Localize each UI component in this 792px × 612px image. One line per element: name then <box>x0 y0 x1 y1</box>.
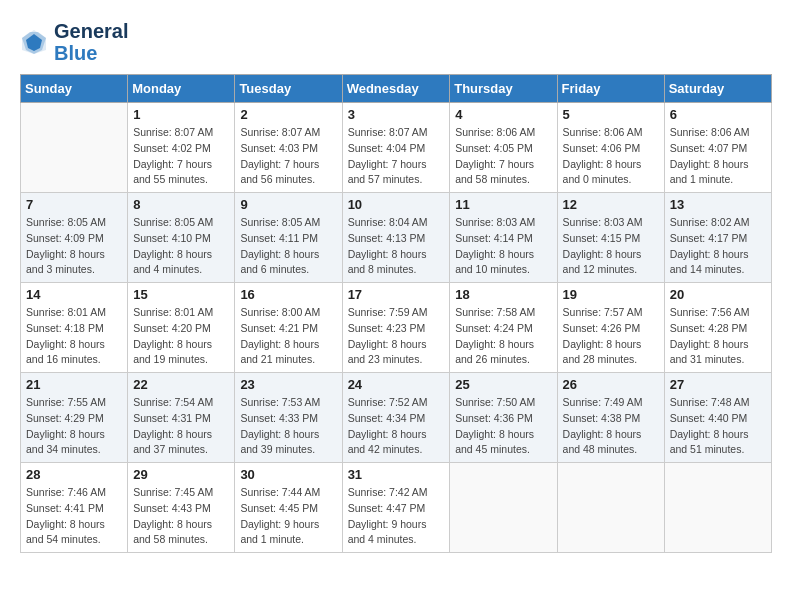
day-info: Sunrise: 8:01 AMSunset: 4:20 PMDaylight:… <box>133 305 229 368</box>
day-number: 8 <box>133 197 229 212</box>
day-number: 18 <box>455 287 551 302</box>
week-row-4: 21Sunrise: 7:55 AMSunset: 4:29 PMDayligh… <box>21 373 772 463</box>
calendar-cell: 4Sunrise: 8:06 AMSunset: 4:05 PMDaylight… <box>450 103 557 193</box>
day-number: 15 <box>133 287 229 302</box>
day-number: 20 <box>670 287 766 302</box>
calendar-cell: 26Sunrise: 7:49 AMSunset: 4:38 PMDayligh… <box>557 373 664 463</box>
day-number: 23 <box>240 377 336 392</box>
day-number: 13 <box>670 197 766 212</box>
calendar-cell <box>557 463 664 553</box>
day-info: Sunrise: 7:53 AMSunset: 4:33 PMDaylight:… <box>240 395 336 458</box>
day-number: 21 <box>26 377 122 392</box>
day-info: Sunrise: 7:52 AMSunset: 4:34 PMDaylight:… <box>348 395 445 458</box>
day-number: 30 <box>240 467 336 482</box>
day-number: 28 <box>26 467 122 482</box>
calendar-cell: 22Sunrise: 7:54 AMSunset: 4:31 PMDayligh… <box>128 373 235 463</box>
day-info: Sunrise: 8:05 AMSunset: 4:10 PMDaylight:… <box>133 215 229 278</box>
day-info: Sunrise: 8:02 AMSunset: 4:17 PMDaylight:… <box>670 215 766 278</box>
calendar-table: SundayMondayTuesdayWednesdayThursdayFrid… <box>20 74 772 553</box>
day-number: 27 <box>670 377 766 392</box>
calendar-cell: 1Sunrise: 8:07 AMSunset: 4:02 PMDaylight… <box>128 103 235 193</box>
day-info: Sunrise: 7:59 AMSunset: 4:23 PMDaylight:… <box>348 305 445 368</box>
calendar-cell: 8Sunrise: 8:05 AMSunset: 4:10 PMDaylight… <box>128 193 235 283</box>
logo-line2: Blue <box>54 42 128 64</box>
day-info: Sunrise: 8:04 AMSunset: 4:13 PMDaylight:… <box>348 215 445 278</box>
weekday-header-monday: Monday <box>128 75 235 103</box>
day-info: Sunrise: 8:03 AMSunset: 4:14 PMDaylight:… <box>455 215 551 278</box>
day-number: 5 <box>563 107 659 122</box>
calendar-cell: 19Sunrise: 7:57 AMSunset: 4:26 PMDayligh… <box>557 283 664 373</box>
day-info: Sunrise: 8:03 AMSunset: 4:15 PMDaylight:… <box>563 215 659 278</box>
week-row-2: 7Sunrise: 8:05 AMSunset: 4:09 PMDaylight… <box>21 193 772 283</box>
calendar-cell: 7Sunrise: 8:05 AMSunset: 4:09 PMDaylight… <box>21 193 128 283</box>
calendar-cell: 31Sunrise: 7:42 AMSunset: 4:47 PMDayligh… <box>342 463 450 553</box>
calendar-cell <box>21 103 128 193</box>
calendar-cell: 24Sunrise: 7:52 AMSunset: 4:34 PMDayligh… <box>342 373 450 463</box>
calendar-cell: 18Sunrise: 7:58 AMSunset: 4:24 PMDayligh… <box>450 283 557 373</box>
calendar-cell: 14Sunrise: 8:01 AMSunset: 4:18 PMDayligh… <box>21 283 128 373</box>
calendar-cell: 10Sunrise: 8:04 AMSunset: 4:13 PMDayligh… <box>342 193 450 283</box>
day-info: Sunrise: 7:58 AMSunset: 4:24 PMDaylight:… <box>455 305 551 368</box>
day-info: Sunrise: 8:05 AMSunset: 4:09 PMDaylight:… <box>26 215 122 278</box>
day-number: 16 <box>240 287 336 302</box>
calendar-cell: 25Sunrise: 7:50 AMSunset: 4:36 PMDayligh… <box>450 373 557 463</box>
calendar-cell: 2Sunrise: 8:07 AMSunset: 4:03 PMDaylight… <box>235 103 342 193</box>
day-info: Sunrise: 7:57 AMSunset: 4:26 PMDaylight:… <box>563 305 659 368</box>
calendar-cell: 29Sunrise: 7:45 AMSunset: 4:43 PMDayligh… <box>128 463 235 553</box>
calendar-cell: 9Sunrise: 8:05 AMSunset: 4:11 PMDaylight… <box>235 193 342 283</box>
calendar-cell: 6Sunrise: 8:06 AMSunset: 4:07 PMDaylight… <box>664 103 771 193</box>
day-info: Sunrise: 7:55 AMSunset: 4:29 PMDaylight:… <box>26 395 122 458</box>
week-row-3: 14Sunrise: 8:01 AMSunset: 4:18 PMDayligh… <box>21 283 772 373</box>
day-number: 19 <box>563 287 659 302</box>
day-info: Sunrise: 7:44 AMSunset: 4:45 PMDaylight:… <box>240 485 336 548</box>
day-number: 1 <box>133 107 229 122</box>
day-number: 17 <box>348 287 445 302</box>
day-info: Sunrise: 8:07 AMSunset: 4:03 PMDaylight:… <box>240 125 336 188</box>
calendar-cell: 27Sunrise: 7:48 AMSunset: 4:40 PMDayligh… <box>664 373 771 463</box>
logo-line1: General <box>54 20 128 42</box>
weekday-header-wednesday: Wednesday <box>342 75 450 103</box>
day-info: Sunrise: 8:00 AMSunset: 4:21 PMDaylight:… <box>240 305 336 368</box>
day-info: Sunrise: 8:01 AMSunset: 4:18 PMDaylight:… <box>26 305 122 368</box>
day-number: 26 <box>563 377 659 392</box>
day-number: 31 <box>348 467 445 482</box>
week-row-5: 28Sunrise: 7:46 AMSunset: 4:41 PMDayligh… <box>21 463 772 553</box>
calendar-cell: 16Sunrise: 8:00 AMSunset: 4:21 PMDayligh… <box>235 283 342 373</box>
day-number: 12 <box>563 197 659 212</box>
day-number: 4 <box>455 107 551 122</box>
day-info: Sunrise: 7:56 AMSunset: 4:28 PMDaylight:… <box>670 305 766 368</box>
calendar-cell <box>664 463 771 553</box>
day-info: Sunrise: 7:49 AMSunset: 4:38 PMDaylight:… <box>563 395 659 458</box>
calendar-cell: 20Sunrise: 7:56 AMSunset: 4:28 PMDayligh… <box>664 283 771 373</box>
weekday-header-row: SundayMondayTuesdayWednesdayThursdayFrid… <box>21 75 772 103</box>
logo-icon <box>20 28 48 56</box>
day-info: Sunrise: 8:05 AMSunset: 4:11 PMDaylight:… <box>240 215 336 278</box>
weekday-header-saturday: Saturday <box>664 75 771 103</box>
day-number: 2 <box>240 107 336 122</box>
day-number: 10 <box>348 197 445 212</box>
calendar-cell: 23Sunrise: 7:53 AMSunset: 4:33 PMDayligh… <box>235 373 342 463</box>
calendar-cell: 12Sunrise: 8:03 AMSunset: 4:15 PMDayligh… <box>557 193 664 283</box>
day-info: Sunrise: 7:42 AMSunset: 4:47 PMDaylight:… <box>348 485 445 548</box>
weekday-header-tuesday: Tuesday <box>235 75 342 103</box>
day-info: Sunrise: 8:06 AMSunset: 4:06 PMDaylight:… <box>563 125 659 188</box>
calendar-cell <box>450 463 557 553</box>
day-number: 6 <box>670 107 766 122</box>
calendar-cell: 30Sunrise: 7:44 AMSunset: 4:45 PMDayligh… <box>235 463 342 553</box>
day-info: Sunrise: 7:48 AMSunset: 4:40 PMDaylight:… <box>670 395 766 458</box>
day-info: Sunrise: 7:45 AMSunset: 4:43 PMDaylight:… <box>133 485 229 548</box>
day-info: Sunrise: 8:06 AMSunset: 4:05 PMDaylight:… <box>455 125 551 188</box>
day-info: Sunrise: 7:46 AMSunset: 4:41 PMDaylight:… <box>26 485 122 548</box>
day-number: 22 <box>133 377 229 392</box>
day-number: 29 <box>133 467 229 482</box>
logo: General Blue <box>20 20 128 64</box>
weekday-header-sunday: Sunday <box>21 75 128 103</box>
day-info: Sunrise: 7:54 AMSunset: 4:31 PMDaylight:… <box>133 395 229 458</box>
page-header: General Blue <box>20 20 772 64</box>
calendar-cell: 15Sunrise: 8:01 AMSunset: 4:20 PMDayligh… <box>128 283 235 373</box>
day-number: 7 <box>26 197 122 212</box>
calendar-cell: 17Sunrise: 7:59 AMSunset: 4:23 PMDayligh… <box>342 283 450 373</box>
day-number: 14 <box>26 287 122 302</box>
day-number: 9 <box>240 197 336 212</box>
day-number: 25 <box>455 377 551 392</box>
